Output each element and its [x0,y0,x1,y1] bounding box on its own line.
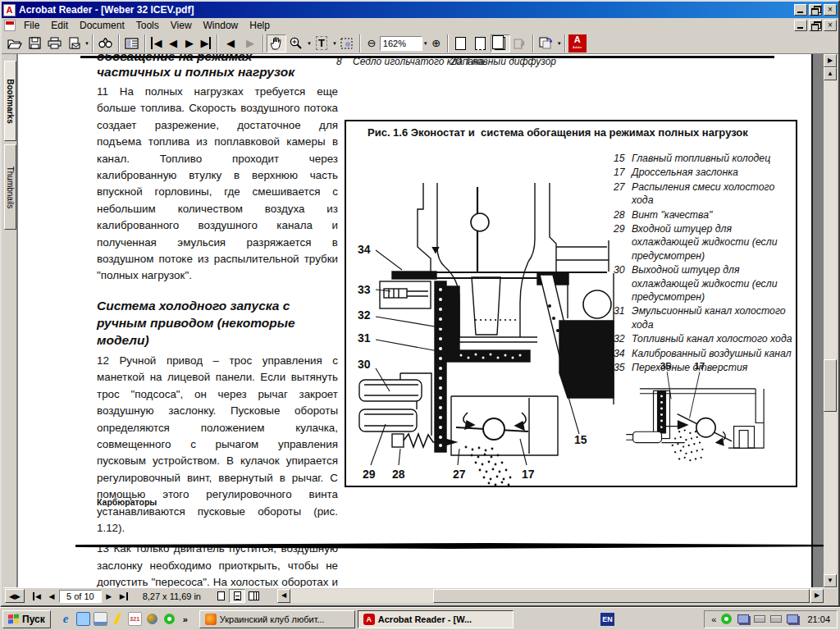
taskbar-item-browser[interactable]: Украинский клуб любит... [199,610,355,628]
restore-button[interactable] [809,4,822,16]
toolbar-separator [532,34,534,52]
document-area[interactable]: нагрузок 19 Эмульсионная трубка дросселе… [18,54,824,587]
prev-page-button[interactable]: ◀ [165,34,181,52]
single-page-button[interactable] [451,34,471,52]
menu-help[interactable]: Help [244,19,276,32]
status-continuous-button[interactable] [229,589,245,603]
svg-text:15: 15 [574,433,587,446]
rotate-view-button[interactable] [510,34,530,52]
start-button[interactable]: Пуск [2,610,51,628]
tray-printer2-icon[interactable] [769,614,782,625]
figure-caption: Рис. 1.6 Эконостат и система обогащения … [368,126,748,139]
svg-text:28: 28 [392,468,405,481]
pane-splitter-button[interactable]: ◀▶ [5,589,25,603]
zoom-tool-button[interactable] [286,34,306,52]
toolbar-separator [262,34,264,52]
scroll-up-button[interactable]: ▲ [824,67,837,80]
horizontal-scroll-thumb[interactable] [433,589,810,603]
graphics-select-button[interactable] [337,34,357,52]
outlook-icon[interactable] [76,612,90,626]
zoom-out-button[interactable]: ⊖ [363,34,380,52]
svg-text:27: 27 [453,468,466,481]
taskbar-item-acrobat[interactable]: A Acrobat Reader - [W... [358,610,514,628]
show-desktop-icon[interactable] [94,612,107,626]
navigation-tab-strip: Bookmarks Thumbnails [3,54,17,587]
menu-window[interactable]: Window [198,19,244,32]
hand-tool-button[interactable] [267,34,286,52]
tray-printer-icon[interactable] [753,614,765,625]
tray-collapse-icon[interactable]: « [711,614,716,624]
continuous-button[interactable] [471,34,491,52]
find-button[interactable] [96,34,116,52]
zoom-level-input[interactable] [380,36,422,51]
scroll-right-button[interactable]: ▶ [810,589,824,603]
doc-minimize-button[interactable] [794,20,807,31]
document-icon[interactable] [4,20,16,31]
convert-button[interactable] [536,34,556,52]
go-back-button[interactable]: ◀ [221,34,240,52]
winamp-icon[interactable] [111,612,125,626]
menu-document[interactable]: Document [74,19,130,32]
windows-taskbar: Пуск e 321 » Украинский клуб любит... A … [0,607,840,630]
status-single-page-button[interactable] [212,589,229,603]
language-indicator[interactable]: EN [600,613,614,626]
vertical-scroll-thumb[interactable] [824,359,837,412]
doc-close-button[interactable]: × [824,20,837,31]
navigation-pane-button[interactable] [122,34,142,52]
text-select-button[interactable]: T [312,34,331,52]
doc-restore-button[interactable] [809,20,822,31]
status-first-page-button[interactable]: ◀ [30,589,44,603]
vertical-scrollbar[interactable]: ▶ ▲ ▼ [824,54,837,587]
status-facing-button[interactable] [245,589,262,603]
menu-file[interactable]: File [18,19,45,32]
window-title: Acrobat Reader - [Weber 32 ICEV.pdf] [19,4,194,16]
svg-text:30: 30 [358,358,371,371]
minimize-button[interactable] [794,4,807,16]
email-dropdown-icon[interactable]: ▼ [84,41,89,46]
title-bar[interactable]: A Acrobat Reader - [Weber 32 ICEV.pdf] × [2,2,838,18]
toolbar-separator [359,34,361,52]
next-page-button[interactable]: ▶ [181,34,198,52]
media-player-icon[interactable] [145,612,159,626]
tray-network2-icon[interactable] [786,614,798,625]
save-button[interactable] [25,34,44,52]
continuous-facing-button[interactable] [491,34,510,52]
scroll-left-button[interactable]: ◀ [277,589,290,603]
scroll-down-button[interactable]: ▼ [824,574,837,587]
acrobat-window: A Acrobat Reader - [Weber 32 ICEV.pdf] ×… [0,0,840,607]
status-next-page-button[interactable]: ▶ [102,589,116,603]
zoom-in-button[interactable]: ⊕ [428,34,445,52]
svg-text:29: 29 [363,468,376,481]
menu-tools[interactable]: Tools [130,19,165,32]
last-page-button[interactable]: ▶ [198,34,214,52]
status-last-page-button[interactable]: ▶ [116,589,131,603]
tray-icq-icon[interactable] [720,614,733,625]
calendar-icon[interactable]: 321 [128,612,142,626]
convert-dropdown-icon[interactable]: ▼ [557,41,562,46]
status-prev-page-button[interactable]: ◀ [44,589,59,603]
horizontal-scrollbar[interactable]: ◀ ▶ [277,589,824,603]
close-button[interactable]: × [824,4,837,16]
svg-text:31: 31 [358,331,371,345]
icq-icon[interactable] [162,612,176,626]
menu-view[interactable]: View [165,19,198,32]
email-button[interactable] [64,34,84,52]
internet-explorer-icon[interactable]: e [59,612,73,626]
firefox-icon [205,614,217,625]
svg-text:35: 35 [660,360,671,371]
pane-expand-button[interactable]: ▶ [824,54,837,67]
tray-network-icon[interactable] [737,614,749,625]
quick-launch-overflow-icon[interactable]: » [183,614,188,624]
first-page-button[interactable]: ◀ [148,34,165,52]
carburetor-diagram: 34 33 32 31 30 29 28 27 17 15 [353,150,615,486]
acrobat-app-icon[interactable]: A [3,4,16,16]
page-indicator[interactable]: 5 of 10 [59,590,102,603]
adobe-logo[interactable]: AAdobe [568,34,587,52]
open-button[interactable] [5,34,25,52]
print-button[interactable] [44,34,64,52]
toolbar: ▼ ◀ ◀ ▶ ▶ ◀ ▶ ▼ T ▼ ⊖ ▼ [2,33,838,54]
menu-edit[interactable]: Edit [45,19,74,32]
tab-thumbnails[interactable]: Thumbnails [4,144,16,230]
tab-bookmarks[interactable]: Bookmarks [4,61,16,141]
go-forward-button[interactable]: ▶ [240,34,260,52]
